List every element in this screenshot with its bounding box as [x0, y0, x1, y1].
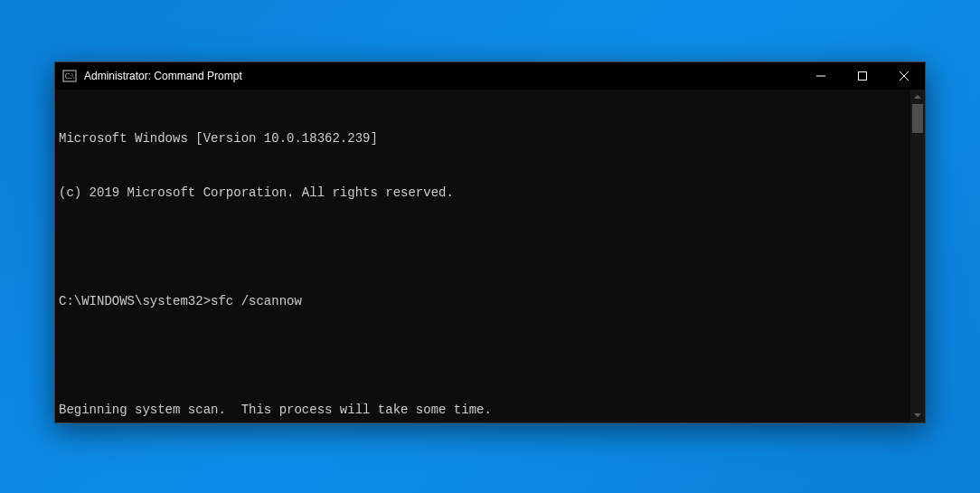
terminal-line	[59, 346, 907, 365]
titlebar[interactable]: C:\ Administrator: Command Prompt	[55, 62, 925, 90]
terminal-line: Microsoft Windows [Version 10.0.18362.23…	[59, 129, 907, 147]
scroll-up-icon[interactable]	[910, 90, 925, 104]
scroll-thumb[interactable]	[912, 104, 923, 133]
svg-text:C:\: C:\	[65, 72, 75, 81]
minimize-button[interactable]	[800, 62, 842, 90]
window-controls	[800, 62, 925, 90]
maximize-button[interactable]	[842, 62, 883, 90]
command-prompt-window: C:\ Administrator: Command Prompt Micros…	[54, 62, 926, 423]
scroll-track[interactable]	[910, 104, 925, 408]
svg-marker-6	[914, 95, 921, 99]
terminal-output[interactable]: Microsoft Windows [Version 10.0.18362.23…	[55, 90, 910, 422]
vertical-scrollbar[interactable]	[910, 90, 925, 422]
terminal-body: Microsoft Windows [Version 10.0.18362.23…	[55, 90, 925, 422]
close-button[interactable]	[883, 62, 925, 90]
command-prompt-icon: C:\	[62, 69, 77, 83]
scroll-down-icon[interactable]	[910, 408, 925, 422]
svg-rect-3	[859, 72, 867, 81]
terminal-line: C:\WINDOWS\system32>sfc /scannow	[59, 292, 907, 310]
window-title: Administrator: Command Prompt	[82, 70, 800, 82]
terminal-line: (c) 2019 Microsoft Corporation. All righ…	[59, 184, 907, 202]
svg-marker-7	[914, 413, 921, 417]
terminal-line	[59, 238, 907, 256]
terminal-line: Beginning system scan. This process will…	[59, 401, 907, 419]
